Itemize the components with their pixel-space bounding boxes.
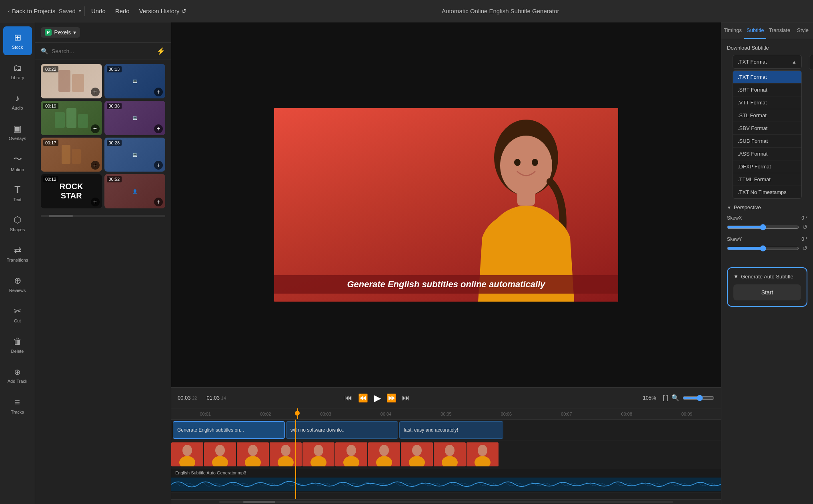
sidebar-item-cut[interactable]: ✂ Cut [3, 300, 32, 329]
skip-to-end-button[interactable]: ⏭ [402, 393, 410, 402]
collapse-chevron-icon: ▼ [727, 205, 731, 210]
skew-x-slider[interactable] [727, 224, 799, 230]
fast-forward-button[interactable]: ⏩ [386, 393, 396, 403]
redo-button[interactable]: Redo [112, 6, 133, 16]
total-time: 01:03 14 [206, 395, 226, 401]
subtitle-clip[interactable]: Generate English subtitles on... [173, 421, 285, 439]
media-thumb[interactable]: 👤 00:52 + [104, 174, 166, 208]
format-dropdown-button[interactable]: .TXT Format ▲ [733, 55, 802, 69]
timeline-scrollbar[interactable] [171, 499, 721, 504]
sidebar-item-overlays[interactable]: ▣ Overlays [3, 118, 32, 146]
saved-dropdown-icon[interactable]: ▾ [79, 8, 81, 14]
skew-y-reset-button[interactable]: ↺ [802, 244, 807, 252]
svg-point-31 [445, 445, 455, 456]
sidebar-item-label: Delete [11, 349, 24, 354]
video-frame-thumb [270, 442, 302, 466]
sidebar-item-add-track[interactable]: ⊕ Add Track [3, 361, 32, 390]
subtitle-clip[interactable]: with no software downlo... [286, 421, 398, 439]
tab-timings[interactable]: Timings [721, 22, 744, 39]
media-thumb[interactable]: ROCKSTAR 00:12 + [41, 174, 102, 208]
start-button[interactable]: Start [733, 284, 801, 300]
video-frame-thumb [368, 442, 400, 466]
thumb-add-button[interactable]: + [91, 161, 100, 170]
format-option-dfxp[interactable]: .DFXP Format [733, 160, 801, 173]
back-to-projects-button[interactable]: ‹ Back to Projects [8, 8, 55, 14]
sidebar-item-delete[interactable]: 🗑 Delete [3, 330, 32, 359]
thumb-add-button[interactable]: + [91, 88, 100, 96]
pexels-icon: P [45, 29, 52, 36]
sidebar-item-motion[interactable]: 〜 Motion [3, 148, 32, 177]
format-option-sbv[interactable]: .SBV Format [733, 122, 801, 135]
pexels-source-button[interactable]: P Pexels ▾ [41, 27, 80, 38]
sidebar-item-label: Add Track [8, 379, 28, 384]
format-option-vtt[interactable]: .VTT Format [733, 96, 801, 109]
motion-icon: 〜 [13, 153, 22, 165]
media-thumb[interactable]: 💻 00:28 + [104, 138, 166, 172]
subtitle-clip[interactable]: fast, easy and accurately! [399, 421, 503, 439]
tab-translate[interactable]: Translate [766, 22, 793, 39]
play-button[interactable]: ▶ [374, 392, 381, 404]
sidebar-item-library[interactable]: 🗂 Library [3, 57, 32, 86]
audio-waveform: // Generate waveform bars inline [171, 476, 721, 492]
skew-y-slider[interactable] [727, 245, 799, 252]
thumb-duration: 00:19 [43, 103, 58, 109]
sidebar-item-stock[interactable]: ⊞ Stock [3, 26, 32, 55]
sidebar-item-transitions[interactable]: ⇄ Transitions [3, 239, 32, 268]
fit-to-screen-icon[interactable]: [ ] [663, 394, 668, 402]
version-icon: ↺ [181, 8, 186, 14]
search-input[interactable] [52, 48, 153, 54]
generate-header[interactable]: ▼ Generate Auto Subtitle [733, 274, 801, 280]
format-option-sub[interactable]: .SUB Format [733, 135, 801, 148]
tab-subtitle[interactable]: Subtitle [744, 22, 766, 39]
skew-x-value: 0 ° [801, 215, 807, 221]
format-option-srt[interactable]: .SRT Format [733, 84, 801, 96]
ruler-mark: 00:05 [416, 412, 476, 416]
video-frame-thumb [204, 442, 236, 466]
ruler-mark: 00:02 [235, 412, 295, 416]
svg-rect-3 [517, 190, 535, 206]
svg-point-34 [478, 445, 487, 456]
perspective-header[interactable]: ▼ Perspective [727, 204, 807, 210]
format-option-txt[interactable]: .TXT Format [733, 71, 801, 84]
format-option-stl[interactable]: .STL Format [733, 109, 801, 122]
skew-y-row: SkewY 0 ° ↺ [727, 236, 807, 252]
sidebar-item-label: Stock [12, 45, 23, 50]
thumb-add-button[interactable]: + [91, 124, 100, 133]
thumb-add-button[interactable]: + [91, 198, 100, 206]
sidebar-item-label: Cut [14, 318, 21, 323]
sidebar-item-tracks[interactable]: ≡ Tracks [3, 391, 32, 420]
sidebar-item-reviews[interactable]: ⊕ Reviews [3, 270, 32, 298]
filter-icon[interactable]: ⚡ [156, 47, 165, 56]
media-thumb[interactable]: 00:22 + [41, 64, 102, 98]
thumb-add-button[interactable]: + [154, 198, 163, 206]
format-option-ass[interactable]: .ASS Format [733, 148, 801, 160]
sidebar-item-shapes[interactable]: ⬡ Shapes [3, 209, 32, 238]
sidebar-item-text[interactable]: T Text [3, 178, 32, 207]
format-option-txt-no-ts[interactable]: .TXT No Timestamps [733, 186, 801, 198]
media-thumb[interactable]: 00:17 + [41, 138, 102, 172]
zoom-slider[interactable] [683, 395, 715, 401]
sidebar-item-audio[interactable]: ♪ Audio [3, 87, 32, 116]
skip-to-start-button[interactable]: ⏮ [344, 393, 352, 402]
media-thumb[interactable]: 00:19 + [41, 101, 102, 135]
media-thumb[interactable]: 💻 00:13 + [104, 64, 166, 98]
video-track-row [171, 440, 721, 468]
selected-format-label: .TXT Format [738, 59, 767, 65]
zoom-out-icon[interactable]: 🔍 [671, 394, 679, 402]
svg-point-10 [215, 445, 225, 456]
skew-x-reset-button[interactable]: ↺ [802, 223, 807, 231]
tab-style[interactable]: Style [793, 22, 813, 39]
skew-y-label: SkewY [727, 236, 742, 242]
video-person [458, 118, 594, 302]
format-option-ttml[interactable]: .TTML Format [733, 173, 801, 186]
thumb-add-button[interactable]: + [154, 88, 163, 96]
thumb-add-button[interactable]: + [154, 124, 163, 133]
version-history-button[interactable]: Version History ↺ [136, 6, 190, 16]
undo-button[interactable]: Undo [88, 6, 109, 16]
app-title: Automatic Online English Subtitle Genera… [196, 8, 805, 14]
rewind-button[interactable]: ⏪ [358, 393, 368, 403]
ruler-mark: 00:09 [657, 412, 717, 416]
download-button[interactable]: ⬇ [809, 55, 813, 70]
sidebar-item-label: Shapes [10, 227, 25, 232]
media-thumb[interactable]: 💻 00:38 + [104, 101, 166, 135]
